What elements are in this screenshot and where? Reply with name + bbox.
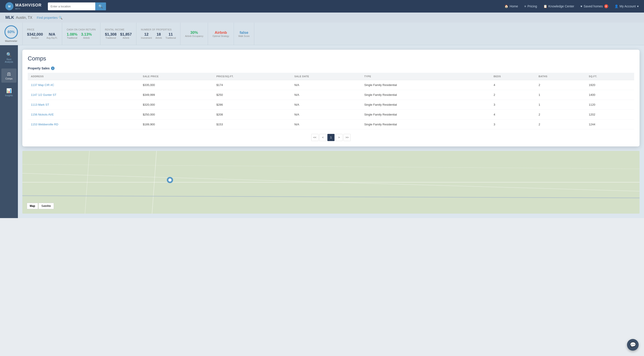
breadcrumb: MLK Austin, TX Find properties 🔍 — [0, 13, 644, 23]
sidebar-item-insights[interactable]: 📊 Insights — [1, 85, 16, 99]
comps-icon: ⚖ — [7, 71, 11, 77]
address-link[interactable]: 1147 1/2 Gunter ST — [31, 93, 56, 96]
table-header: ADDRESS SALE PRICE PRICE/SQ.FT. SALE DAT… — [28, 73, 634, 80]
map-view-buttons: Map Satellite — [27, 203, 54, 209]
cell-price-sqft: $174 — [213, 80, 291, 90]
address-link[interactable]: 1153 Webberville RD — [31, 123, 58, 126]
account-icon: 👤 — [614, 5, 618, 8]
page-next-button[interactable]: > — [336, 134, 342, 141]
cell-address: 1137 Map CIR #C — [28, 80, 140, 90]
sidebar-item-comps[interactable]: ⚖ Comps — [1, 69, 16, 83]
info-icon[interactable]: i — [51, 67, 54, 70]
col-address: ADDRESS — [28, 73, 140, 80]
cell-price-sqft: $153 — [213, 120, 291, 129]
walk-score-group: false Walk Score — [234, 23, 254, 45]
col-price-sqft: PRICE/SQ.FT. — [213, 73, 291, 80]
home-link[interactable]: 🏠 Home — [504, 5, 518, 8]
cell-address: 1113 Mark ST — [28, 100, 140, 110]
cell-sqft: 1244 — [586, 120, 634, 129]
col-beds: BEDS — [490, 73, 535, 80]
cell-address: 1153 Webberville RD — [28, 120, 140, 129]
page-first-button[interactable]: << — [311, 134, 318, 141]
comps-card: Comps Property Sales i ADDRESS SALE PRIC… — [22, 50, 640, 146]
logo-text: MASHVISOR — [15, 3, 42, 8]
table-row: 1147 1/2 Gunter ST $349,999 $250 N/A Sin… — [28, 90, 634, 100]
insights-icon: 📊 — [6, 88, 12, 93]
address-link[interactable]: 1137 Map CIR #C — [31, 83, 54, 87]
saved-homes-badge: 8 — [604, 4, 608, 8]
price-avg-sqft: N/A Avg./Sq.Ft. — [46, 32, 58, 39]
optimal-strategy-group: Airbnb Optimal Strategy — [208, 23, 234, 45]
cell-type: Single Family Residential — [361, 80, 490, 90]
knowledge-icon: 📋 — [544, 5, 547, 8]
page-prev-button[interactable]: < — [319, 134, 326, 141]
neighborhood-name: MLK — [5, 15, 14, 20]
cell-price-sqft: $286 — [213, 100, 291, 110]
nav-links: 🏠 Home ≡ Pricing 📋 Knowledge Center ♥ Sa… — [504, 4, 639, 8]
cell-address: 1147 1/2 Gunter ST — [28, 90, 140, 100]
saved-homes-link[interactable]: ♥ Saved homes 8 — [580, 4, 608, 8]
cell-beds: 4 — [490, 110, 535, 120]
address-link[interactable]: 1113 Mark ST — [31, 103, 49, 106]
my-account-link[interactable]: 👤 My Account ▾ — [614, 5, 639, 8]
price-median: $342,000 Median — [27, 32, 43, 39]
col-sqft: SQ.FT. — [586, 73, 634, 80]
find-properties-link[interactable]: Find properties 🔍 — [37, 16, 62, 20]
num-airbnb: 18 Airbnb — [156, 32, 162, 39]
pricing-link[interactable]: ≡ Pricing — [524, 5, 537, 8]
home-icon: 🏠 — [504, 5, 508, 8]
logo: M MASHVISOR BETA — [5, 2, 42, 10]
cell-sale-price: $335,000 — [140, 80, 213, 90]
search-input[interactable] — [48, 3, 95, 10]
num-properties-group: NUMBER OF PROPERTIES 12 Investment 18 Ai… — [136, 23, 180, 45]
cell-address: 1156 Nickols AVE — [28, 110, 140, 120]
search-icon: 🔍 — [58, 16, 62, 20]
cell-sale-date: N/A — [291, 90, 361, 100]
cell-price-sqft: $250 — [213, 90, 291, 100]
search-bar: 🔍 — [48, 3, 106, 10]
address-link[interactable]: 1156 Nickols AVE — [31, 113, 54, 116]
cell-type: Single Family Residential — [361, 110, 490, 120]
col-baths: BATHS — [535, 73, 586, 80]
cell-baths: 2 — [535, 110, 586, 120]
occupancy-group: 30% Airbnb Occupancy — [180, 23, 208, 45]
cell-sale-price: $349,999 — [140, 90, 213, 100]
cell-beds: 3 — [490, 100, 535, 110]
cocr-airbnb: 3.13% Airbnb — [81, 32, 92, 39]
cell-sale-price: $320,000 — [140, 100, 213, 110]
sidebar-item-rent-analysis[interactable]: 🔍 Rent Analysis — [1, 49, 16, 66]
map-svg — [22, 151, 640, 214]
table-row: 1153 Webberville RD $189,900 $153 N/A Si… — [28, 120, 634, 129]
heart-icon: ♥ — [580, 5, 582, 8]
col-type: TYPE — [361, 73, 490, 80]
content-area: Comps Property Sales i ADDRESS SALE PRIC… — [18, 45, 644, 218]
svg-point-8 — [168, 179, 172, 182]
mashmeter-circle: 60% — [4, 25, 18, 39]
col-sale-price: SALE PRICE — [140, 73, 213, 80]
cell-baths: 2 — [535, 120, 586, 129]
cell-type: Single Family Residential — [361, 100, 490, 110]
rental-income-group: RENTAL INCOME $1,308 Traditional $1,857 … — [100, 23, 136, 45]
cocr-traditional: 1.08% Traditional — [67, 32, 77, 39]
chat-button[interactable]: 💬 — [627, 339, 639, 351]
sidebar-label-insights: Insights — [5, 94, 13, 97]
cell-beds: 3 — [490, 120, 535, 129]
cell-sqft: 1202 — [586, 110, 634, 120]
cell-price-sqft: $208 — [213, 110, 291, 120]
table-body: 1137 Map CIR #C $335,000 $174 N/A Single… — [28, 80, 634, 129]
comps-title: Comps — [28, 55, 634, 62]
rental-airbnb: $1,857 Airbnb — [120, 32, 132, 39]
cell-sale-date: N/A — [291, 110, 361, 120]
map-view-button[interactable]: Map — [27, 203, 38, 209]
pricing-icon: ≡ — [524, 5, 526, 8]
page-last-button[interactable]: >> — [344, 134, 350, 141]
page-current-button[interactable]: 1 — [327, 134, 334, 141]
top-nav: M MASHVISOR BETA 🔍 🏠 Home ≡ Pricing 📋 Kn… — [0, 0, 644, 13]
rent-analysis-icon: 🔍 — [6, 52, 12, 57]
satellite-view-button[interactable]: Satellite — [38, 203, 54, 209]
search-button[interactable]: 🔍 — [95, 3, 106, 10]
mashmeter-box: 60% Mashmeter — [0, 23, 22, 45]
sidebar-label-comps: Comps — [5, 77, 12, 80]
cell-type: Single Family Residential — [361, 90, 490, 100]
knowledge-center-link[interactable]: 📋 Knowledge Center — [544, 5, 574, 8]
